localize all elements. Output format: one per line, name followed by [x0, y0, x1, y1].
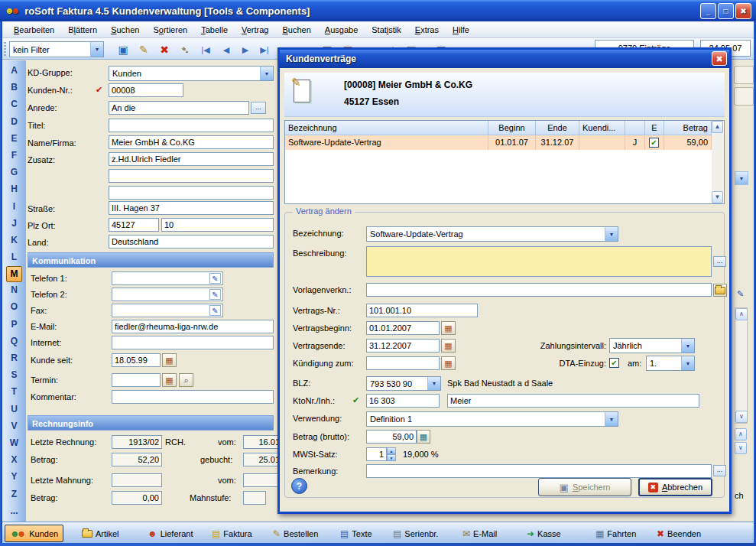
- table-scrollbar[interactable]: ▲ ▼: [712, 121, 724, 203]
- letter-U[interactable]: U: [6, 401, 22, 418]
- termin-input[interactable]: [112, 373, 161, 387]
- row-betrag[interactable]: 59,00: [664, 135, 712, 150]
- kunde-seit-input[interactable]: 18.05.99: [112, 353, 161, 367]
- row-beginn[interactable]: 01.01.07: [488, 135, 536, 150]
- letter-I[interactable]: I: [6, 199, 22, 216]
- letter-P[interactable]: P: [6, 317, 22, 333]
- dialog-close-button[interactable]: ✖: [712, 51, 727, 66]
- row-einzug-j[interactable]: J: [625, 135, 645, 150]
- land-input[interactable]: Deutschland: [109, 235, 274, 249]
- edit-record-icon[interactable]: ✎: [135, 42, 152, 57]
- scroll-down-icon[interactable]: ▼: [712, 191, 723, 203]
- letter-Q[interactable]: Q: [6, 333, 22, 350]
- chevron-down-icon[interactable]: ▼: [260, 67, 273, 80]
- row-ende[interactable]: 31.12.07: [536, 135, 579, 150]
- taskbar-email[interactable]: ✉ E-Mail: [458, 525, 501, 542]
- letter-V[interactable]: V: [6, 418, 22, 435]
- beschreibung-ellipsis-button[interactable]: ...: [713, 256, 726, 267]
- plz-input[interactable]: 45127: [109, 218, 159, 232]
- name-firma-input[interactable]: Meier GmbH & Co.KG: [109, 135, 274, 149]
- taskbar-kunden[interactable]: ☻☻ Kunden: [5, 525, 63, 542]
- phone-edit-icon[interactable]: ✎: [209, 305, 221, 316]
- letter-O[interactable]: O: [6, 299, 22, 316]
- zahlungsintervall-combobox[interactable]: Jährlich ▼: [609, 338, 695, 353]
- am-combobox[interactable]: 1. ▼: [646, 356, 695, 371]
- letter-L[interactable]: L: [6, 249, 22, 266]
- nav-first-icon[interactable]: |◀: [197, 42, 214, 57]
- bemerkung-input[interactable]: [366, 464, 712, 478]
- calendar-button[interactable]: ▦: [441, 356, 456, 370]
- toolbar-grip[interactable]: [4, 42, 6, 56]
- letter-Y[interactable]: Y: [6, 469, 22, 486]
- speichern-button[interactable]: ▣ Speichern: [538, 478, 631, 496]
- row-einzug-cell[interactable]: ✔: [645, 135, 664, 150]
- scroll-up-icon[interactable]: ∧: [735, 308, 748, 320]
- spin-down-icon[interactable]: ▼: [387, 454, 396, 461]
- betrag-brutto-input[interactable]: 59,00: [366, 430, 417, 444]
- letter-X[interactable]: X: [6, 452, 22, 469]
- nav-next-icon[interactable]: ▶: [237, 42, 254, 57]
- spin-up-icon[interactable]: ▲: [387, 447, 396, 454]
- calendar-button[interactable]: ▦: [162, 373, 177, 387]
- menu-blaettern[interactable]: Blättern: [61, 23, 104, 37]
- letter-C[interactable]: C: [6, 96, 22, 113]
- spin-down-icon[interactable]: ∨: [735, 442, 747, 454]
- letter-Z[interactable]: Z: [6, 486, 22, 503]
- chevron-down-icon[interactable]: ▼: [681, 339, 694, 353]
- ktonr-input[interactable]: 16 303: [366, 394, 440, 408]
- letter-J[interactable]: J: [6, 216, 22, 232]
- letter-S[interactable]: S: [6, 367, 22, 384]
- col-bezeichnung[interactable]: Bezeichnung: [285, 121, 488, 135]
- kuendigung-input[interactable]: [366, 356, 440, 370]
- letter-W[interactable]: W: [6, 435, 22, 452]
- row-kuendigung[interactable]: [579, 135, 625, 150]
- beschreibung-textarea[interactable]: [366, 246, 712, 277]
- phone-edit-icon[interactable]: ✎: [209, 289, 221, 300]
- zusatz-input[interactable]: z.Hd.Ulrich Fiedler: [109, 152, 274, 166]
- mwst-satz-input[interactable]: 1: [366, 447, 387, 461]
- bemerkung-ellipsis-button[interactable]: ...: [713, 465, 726, 476]
- delete-record-icon[interactable]: ✖: [156, 42, 173, 57]
- telefon2-input[interactable]: [112, 288, 223, 301]
- chevron-down-icon[interactable]: ▼: [605, 412, 618, 426]
- menu-buchen[interactable]: Buchen: [275, 23, 317, 37]
- scrollbar-fragment[interactable]: ∧ ∨: [735, 307, 748, 424]
- menu-bearbeiten[interactable]: Bearbeiten: [7, 23, 61, 37]
- zusatz2-input[interactable]: [109, 169, 274, 183]
- kd-gruppe-combobox[interactable]: Kunden ▼: [109, 66, 274, 81]
- col-kuendigung[interactable]: Kuendi...: [579, 121, 625, 135]
- kommentar-input[interactable]: [112, 390, 274, 404]
- calendar-button[interactable]: ▦: [441, 339, 456, 353]
- chevron-down-icon[interactable]: ▼: [735, 171, 748, 185]
- row-bezeichnung[interactable]: Software-Update-Vertrag: [285, 135, 488, 150]
- nav-last-icon[interactable]: ▶|: [256, 42, 273, 57]
- col-blank[interactable]: [625, 121, 645, 135]
- dta-checkbox-checked[interactable]: ✔: [609, 358, 619, 368]
- chevron-down-icon[interactable]: ▼: [605, 227, 618, 241]
- col-ende[interactable]: Ende: [536, 121, 579, 135]
- fax-input[interactable]: [112, 304, 223, 317]
- letter-F[interactable]: F: [6, 148, 22, 164]
- inhaber-input[interactable]: Meier: [447, 394, 699, 408]
- save-icon[interactable]: ▣: [115, 42, 131, 57]
- menu-tabelle[interactable]: Tabelle: [194, 23, 235, 37]
- taskbar-kasse[interactable]: ➜ Kasse: [522, 525, 566, 542]
- email-input[interactable]: fiedler@rheuma-liga-nrw.de: [112, 320, 274, 333]
- chevron-down-icon[interactable]: ▼: [427, 377, 440, 390]
- scroll-down-icon[interactable]: ∨: [735, 411, 748, 423]
- vertragsbeginn-input[interactable]: 01.01.2007: [366, 321, 440, 335]
- taskbar-artikel[interactable]: Artikel: [77, 525, 124, 542]
- menu-hilfe[interactable]: Hilfe: [446, 23, 476, 37]
- strasse-input[interactable]: III. Hagen 37: [109, 201, 274, 215]
- taskbar-faktura[interactable]: ▤ Faktura: [207, 525, 257, 542]
- letter-M-selected[interactable]: M: [6, 266, 22, 282]
- termin-search-button[interactable]: ⌕: [179, 373, 193, 387]
- blz-combobox[interactable]: 793 530 90 ▼: [366, 376, 441, 391]
- einzug-checkbox-checked[interactable]: ✔: [649, 138, 659, 148]
- letter-A[interactable]: A: [6, 63, 22, 80]
- taskbar-serienbrief[interactable]: ▤ Serienbr.: [388, 525, 443, 542]
- titel-input[interactable]: [109, 119, 274, 132]
- zusatz3-input[interactable]: [109, 186, 274, 200]
- vertrags-nr-input[interactable]: 101.001.10: [366, 304, 478, 317]
- internet-input[interactable]: [112, 336, 274, 349]
